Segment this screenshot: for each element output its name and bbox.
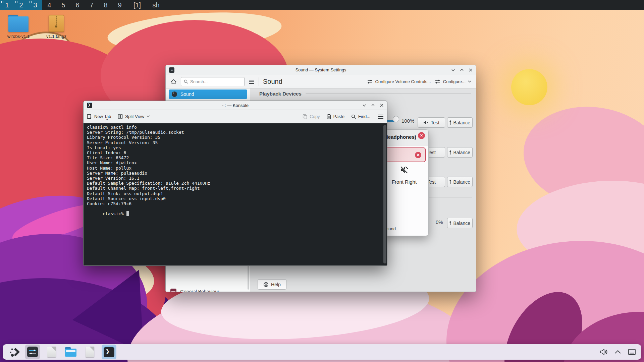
terminal-line: Default Sample Specification: s16le 2ch … bbox=[87, 181, 387, 186]
workspace-tag-6[interactable]: 6 bbox=[70, 0, 85, 10]
terminal-line: Tile Size: 65472 bbox=[87, 155, 387, 160]
hamburger-menu-icon[interactable] bbox=[378, 114, 384, 119]
taskbar-panel: ❯ bbox=[3, 344, 641, 360]
page-title: Sound bbox=[263, 78, 282, 85]
desktop-icon-label: v1.1.tar.gz bbox=[40, 34, 72, 39]
settings-window-title: Sound — System Settings bbox=[166, 67, 476, 72]
konsole-icon: ❯ bbox=[104, 347, 114, 357]
terminal-line: Default Channel Map: front-left,front-ri… bbox=[87, 186, 387, 191]
workspace-tag-7[interactable]: 7 bbox=[85, 0, 99, 10]
home-icon[interactable] bbox=[170, 79, 177, 85]
terminal-line: Server Name: pulseaudio bbox=[87, 171, 387, 176]
terminal-scrollbar[interactable] bbox=[383, 125, 386, 263]
document-icon bbox=[47, 347, 56, 357]
test-button[interactable]: Test bbox=[418, 117, 445, 128]
folder-icon bbox=[65, 347, 76, 357]
workspace-tag-4[interactable]: 4 bbox=[42, 0, 56, 10]
maximize-icon[interactable] bbox=[460, 68, 464, 72]
popup-title-fragment: Headphones) bbox=[384, 134, 416, 140]
archive-icon bbox=[49, 15, 64, 32]
help-lifebuoy-icon bbox=[263, 282, 269, 287]
balance-button[interactable]: Balance bbox=[447, 218, 473, 228]
help-button[interactable]: Help bbox=[258, 279, 286, 290]
settings-titlebar[interactable]: Sound — System Settings bbox=[166, 65, 476, 75]
workspace-tag-1[interactable]: 1 bbox=[0, 0, 14, 10]
balance-button[interactable]: Balance bbox=[447, 117, 473, 128]
document-icon bbox=[86, 347, 94, 357]
app-launcher-icon[interactable] bbox=[8, 346, 21, 358]
sidebar-scrollbar[interactable] bbox=[248, 263, 249, 290]
speaker-icon bbox=[423, 120, 428, 125]
muted-speaker-icon bbox=[399, 165, 409, 175]
workspace-tag-9[interactable]: 9 bbox=[113, 0, 127, 10]
minimize-icon[interactable] bbox=[451, 68, 455, 72]
desktop-icon-tarball[interactable]: v1.1.tar.gz bbox=[40, 14, 72, 39]
split-view-button[interactable]: Split View bbox=[118, 114, 150, 119]
find-button[interactable]: Find... bbox=[351, 114, 370, 119]
balance-sliders-icon bbox=[449, 150, 451, 155]
desktop-icon-wlrobs-folder[interactable]: wlrobs-v1.1 bbox=[2, 14, 35, 39]
front-right-speaker[interactable]: Front Right bbox=[387, 165, 421, 185]
task-file-manager[interactable] bbox=[63, 345, 78, 359]
configure-button[interactable]: Configure... bbox=[435, 79, 471, 84]
workspace-tag-2[interactable]: 2 bbox=[14, 0, 28, 10]
configure-volume-controls-button[interactable]: Configure Volume Controls... bbox=[367, 79, 431, 84]
find-magnifier-icon bbox=[351, 114, 356, 119]
split-view-icon bbox=[118, 114, 123, 119]
paste-clipboard-icon bbox=[327, 114, 331, 119]
new-tab-button[interactable]: New Tab ▾ bbox=[87, 114, 111, 119]
balance-button[interactable]: Balance bbox=[447, 177, 473, 187]
paste-button[interactable]: Paste bbox=[327, 114, 344, 119]
volume-tray-icon[interactable] bbox=[600, 348, 608, 356]
volume-value: 0% bbox=[436, 219, 443, 225]
terminal-line: Default Source: oss_input.dsp0 bbox=[87, 196, 387, 201]
volume-slider-handle[interactable] bbox=[393, 116, 399, 122]
footer-divider bbox=[259, 278, 472, 278]
chevron-down-icon bbox=[147, 115, 150, 118]
terminal-line: User Name: djwilcox bbox=[87, 160, 387, 165]
terminal-line: Cookie: c75d:79c6 bbox=[87, 201, 387, 206]
maximize-icon[interactable] bbox=[371, 103, 375, 107]
general-behaviour-icon bbox=[170, 289, 176, 292]
minimize-icon[interactable] bbox=[362, 103, 366, 107]
sound-icon bbox=[172, 92, 177, 97]
terminal-output[interactable]: classic% pactl infoServer String: /tmp/p… bbox=[84, 123, 387, 265]
expand-tray-chevron-icon[interactable] bbox=[614, 350, 621, 354]
sidebar-item-sound[interactable]: Sound bbox=[169, 89, 247, 99]
workspace-tag-5[interactable]: 5 bbox=[56, 0, 70, 10]
workspace-tag-3[interactable]: 3 bbox=[28, 0, 42, 10]
konsole-titlebar[interactable]: ❯ - : — Konsole bbox=[84, 101, 387, 110]
task-system-settings[interactable] bbox=[25, 345, 40, 359]
task-document-1[interactable] bbox=[44, 345, 59, 359]
popup-close-icon[interactable]: ✕ bbox=[418, 132, 425, 139]
volume-value: 100% bbox=[401, 118, 414, 124]
search-placeholder: Search... bbox=[190, 79, 208, 84]
close-icon[interactable] bbox=[380, 103, 384, 107]
show-desktop-icon[interactable] bbox=[628, 349, 636, 355]
terminal-prompt-line: classic% bbox=[87, 206, 387, 222]
task-konsole[interactable]: ❯ bbox=[102, 345, 116, 359]
layout-indicator[interactable]: [1] bbox=[127, 0, 148, 10]
terminal-line: Is Local: yes bbox=[87, 145, 387, 150]
hamburger-menu-icon[interactable] bbox=[249, 79, 255, 84]
sliders-icon bbox=[435, 79, 441, 84]
close-icon[interactable] bbox=[469, 68, 473, 72]
chevron-down-icon: ▾ bbox=[106, 118, 108, 121]
task-document-2[interactable] bbox=[83, 345, 97, 359]
terminal-cursor bbox=[126, 211, 129, 216]
workspace-tags: 123456789 bbox=[0, 0, 127, 10]
sidebar-item-general-behaviour[interactable]: General Behaviour bbox=[166, 287, 250, 292]
desktop-icon-label: wlrobs-v1.1 bbox=[2, 34, 35, 39]
workspace-bar: 123456789 [1] sh bbox=[0, 0, 644, 10]
terminal-line: classic% pactl info bbox=[87, 125, 387, 130]
balance-button[interactable]: Balance bbox=[447, 147, 473, 158]
balance-sliders-icon bbox=[449, 221, 451, 226]
workspace-tag-8[interactable]: 8 bbox=[99, 0, 113, 10]
search-input[interactable]: Search... bbox=[181, 77, 245, 86]
copy-button[interactable]: Copy bbox=[303, 114, 320, 119]
terminal-line: Default Sink: oss_output.dsp1 bbox=[87, 191, 387, 196]
terminal-line: Client Index: 6 bbox=[87, 150, 387, 155]
chevron-down-icon bbox=[468, 80, 471, 83]
statusbar-text: sh bbox=[148, 0, 164, 10]
sliders-icon bbox=[367, 79, 373, 84]
